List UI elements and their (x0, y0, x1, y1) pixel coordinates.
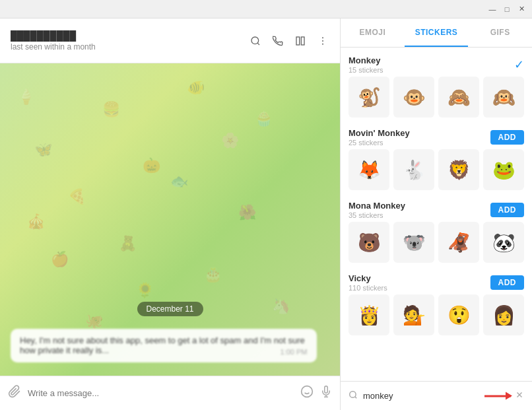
chat-username: ██████████ (11, 30, 96, 41)
chat-header: ██████████ last seen within a month (0, 18, 340, 63)
pack-name-vicky: Vicky (349, 273, 387, 283)
sticker-grid-monkey: 🐒 🐵 🙈 🙉 (349, 77, 524, 118)
sticker-pack-movin-monkey: Movin' Monkey 25 stickers ADD 🦊 🐇 🦁 🐸 (349, 128, 524, 190)
attach-icon[interactable] (8, 385, 21, 401)
add-movin-monkey-button[interactable]: ADD (490, 130, 525, 145)
sticker-thumb[interactable]: 🦁 (438, 149, 479, 190)
sticker-list[interactable]: Monkey 15 stickers ✓ 🐒 🐵 🙈 🙉 Movin' Monk… (341, 48, 532, 381)
svg-rect-3 (301, 37, 304, 45)
sticker-thumb[interactable]: 🐵 (393, 77, 434, 118)
sticker-search-input[interactable] (363, 391, 510, 401)
chat-input-bar (0, 376, 340, 410)
pack-info-monkey: Monkey 15 stickers (349, 55, 383, 74)
pack-header-mona-monkey: Mona Monkey 35 stickers ADD (349, 201, 524, 219)
svg-point-7 (302, 386, 313, 397)
svg-rect-2 (296, 37, 300, 45)
sticker-grid-mona-monkey: 🐻 🐨 🦧 🐼 (349, 222, 524, 263)
phone-icon[interactable] (271, 34, 284, 48)
sticker-pack-monkey: Monkey 15 stickers ✓ 🐒 🐵 🙈 🙉 (349, 55, 524, 118)
svg-point-5 (322, 40, 323, 42)
sticker-thumb[interactable]: 🐒 (349, 77, 389, 118)
maximize-button[interactable]: □ (502, 4, 512, 15)
add-vicky-button[interactable]: ADD (490, 275, 525, 290)
pack-name-monkey: Monkey (349, 55, 383, 65)
message-text: Hey, I'm not sure about this app, seem t… (20, 335, 305, 355)
pack-count-vicky: 110 stickers (349, 284, 387, 292)
sticker-pack-mona-monkey: Mona Monkey 35 stickers ADD 🐻 🐨 🦧 🐼 (349, 201, 524, 263)
panel-tabs: EMOJI STICKERS GIFS (341, 18, 532, 48)
svg-line-13 (355, 397, 357, 399)
pack-header-monkey: Monkey 15 stickers ✓ (349, 55, 524, 74)
tab-stickers[interactable]: STICKERS (405, 18, 469, 47)
pack-name-mona-monkey: Mona Monkey (349, 201, 405, 211)
sticker-thumb[interactable]: 🐼 (483, 222, 524, 263)
chat-background: 🍦 🍔 🐠 🧁 🦋 🎃 🌸 🍕 🐟 🎪 🌺 🧸 🍎 🎂 🌻 🦄 🐙 Decemb… (0, 63, 340, 376)
svg-line-1 (257, 43, 259, 45)
sticker-panel: EMOJI STICKERS GIFS Monkey 15 stickers ✓… (341, 18, 532, 410)
tab-emoji[interactable]: EMOJI (341, 18, 405, 47)
sticker-thumb[interactable]: 👩 (483, 294, 524, 335)
sticker-thumb[interactable]: 🐸 (483, 149, 524, 190)
sticker-grid-vicky: 👸 💁 😲 👩 (349, 294, 524, 335)
sticker-search-bar (341, 381, 532, 410)
message-bubble: Hey, I'm not sure about this app, seem t… (11, 329, 317, 362)
sticker-thumb[interactable]: 🐨 (393, 222, 434, 263)
pack-info-movin-monkey: Movin' Monkey 25 stickers (349, 128, 410, 147)
svg-point-6 (322, 43, 323, 44)
search-icon[interactable] (249, 34, 262, 48)
pack-header-vicky: Vicky 110 stickers ADD (349, 273, 524, 292)
add-mona-monkey-button[interactable]: ADD (490, 203, 525, 217)
chat-status: last seen within a month (11, 42, 96, 51)
search-clear-button[interactable] (515, 390, 524, 401)
pack-info-vicky: Vicky 110 stickers (349, 273, 387, 292)
sticker-thumb[interactable]: 💁 (393, 294, 434, 335)
tab-gifs[interactable]: GIFS (468, 18, 532, 47)
pack-count-movin-monkey: 25 stickers (349, 139, 410, 147)
sticker-thumb[interactable]: 🐇 (393, 149, 434, 190)
chat-header-icons (249, 34, 329, 48)
message-input[interactable] (28, 388, 294, 398)
sticker-thumb[interactable]: 👸 (349, 294, 389, 335)
date-badge: December 11 (137, 302, 203, 316)
main-container: ██████████ last seen within a month (0, 18, 532, 410)
sticker-thumb[interactable]: 😲 (438, 294, 479, 335)
minimize-button[interactable]: — (487, 4, 498, 15)
pack-header-movin-monkey: Movin' Monkey 25 stickers ADD (349, 128, 524, 147)
sticker-thumb[interactable]: 🦧 (438, 222, 479, 263)
sticker-pack-vicky: Vicky 110 stickers ADD 👸 💁 😲 👩 (349, 273, 524, 335)
svg-point-0 (251, 37, 259, 44)
sticker-thumb[interactable]: 🐻 (349, 222, 389, 263)
window-bar: — □ ✕ (0, 0, 532, 18)
pack-count-mona-monkey: 35 stickers (349, 211, 405, 219)
sticker-thumb[interactable]: 🙈 (438, 77, 479, 118)
pack-count-monkey: 15 stickers (349, 66, 383, 74)
emoji-icon[interactable] (300, 385, 314, 401)
pack-name-movin-monkey: Movin' Monkey (349, 128, 410, 138)
chat-header-info: ██████████ last seen within a month (11, 30, 96, 51)
sticker-grid-movin-monkey: 🦊 🐇 🦁 🐸 (349, 149, 524, 190)
pack-owned-checkmark: ✓ (514, 57, 524, 72)
close-button[interactable]: ✕ (516, 4, 527, 15)
chat-panel: ██████████ last seen within a month (0, 18, 341, 410)
sticker-thumb[interactable]: 🦊 (349, 149, 389, 190)
svg-point-12 (350, 392, 356, 397)
more-icon[interactable] (316, 34, 329, 48)
window-controls: — □ ✕ (487, 4, 527, 15)
columns-icon[interactable] (294, 34, 307, 48)
mic-icon[interactable] (320, 386, 332, 401)
svg-point-4 (322, 37, 323, 38)
message-time: 1:00 PM (281, 348, 308, 356)
search-icon (349, 390, 358, 401)
sticker-thumb[interactable]: 🙉 (483, 77, 524, 118)
pack-info-mona-monkey: Mona Monkey 35 stickers (349, 201, 405, 219)
